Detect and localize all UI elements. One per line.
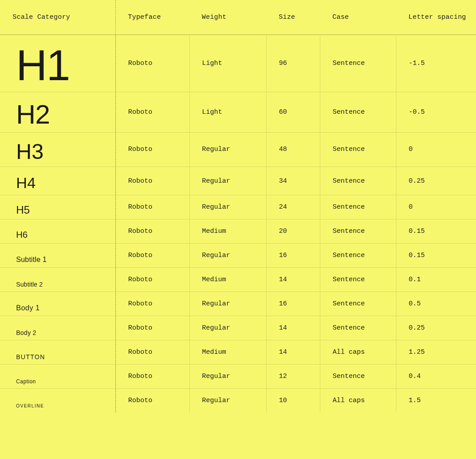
letter-spacing-cell: 0.15	[396, 243, 476, 267]
scale-category-cell: OVERLINE	[0, 388, 115, 412]
case-cell: Sentence	[320, 316, 396, 340]
table-row: BUTTONRobotoMedium14All caps1.25	[0, 340, 476, 364]
size-cell: 16	[266, 292, 320, 316]
letter-spacing-cell: 0.1	[396, 267, 476, 292]
typeface-cell: Roboto	[115, 195, 189, 219]
letter-spacing-cell: 0.5	[396, 292, 476, 316]
scale-category-cell: Body 1	[0, 292, 115, 316]
case-cell: Sentence	[320, 167, 396, 195]
size-cell: 10	[266, 388, 320, 412]
weight-cell: Regular	[189, 243, 266, 267]
weight-cell: Regular	[189, 195, 266, 219]
case-cell: Sentence	[320, 132, 396, 167]
weight-cell: Regular	[189, 388, 266, 412]
scale-category-label: H3	[16, 141, 110, 163]
table-row: Subtitle 2RobotoMedium14Sentence0.1	[0, 267, 476, 292]
header-case: Case	[320, 0, 396, 35]
scale-category-cell: H6	[0, 219, 115, 243]
size-cell: 14	[266, 340, 320, 364]
typeface-cell: Roboto	[115, 340, 189, 364]
scale-category-label: BUTTON	[16, 354, 110, 360]
table-row: H2RobotoLight60Sentence-0.5	[0, 92, 476, 132]
typeface-cell: Roboto	[115, 364, 189, 388]
case-cell: Sentence	[320, 35, 396, 92]
size-cell: 20	[266, 219, 320, 243]
scale-category-label: H6	[16, 230, 110, 240]
type-scale-table: Scale Category Typeface Weight Size Case…	[0, 0, 476, 412]
table-row: Subtitle 1RobotoRegular16Sentence0.15	[0, 243, 476, 267]
size-cell: 12	[266, 364, 320, 388]
type-scale-table-wrapper: Scale Category Typeface Weight Size Case…	[0, 0, 476, 412]
scale-category-label: H4	[16, 175, 110, 191]
size-cell: 14	[266, 267, 320, 292]
table-row: Body 1RobotoRegular16Sentence0.5	[0, 292, 476, 316]
scale-category-label: Body 2	[16, 330, 110, 336]
letter-spacing-cell: 1.25	[396, 340, 476, 364]
header-size: Size	[266, 0, 320, 35]
weight-cell: Regular	[189, 316, 266, 340]
letter-spacing-cell: 1.5	[396, 388, 476, 412]
letter-spacing-cell: 0.15	[396, 219, 476, 243]
scale-category-label: H5	[16, 204, 110, 215]
size-cell: 96	[266, 35, 320, 92]
table-row: H4RobotoRegular34Sentence0.25	[0, 167, 476, 195]
scale-category-label: Body 1	[16, 305, 110, 312]
table-row: CaptionRobotoRegular12Sentence0.4	[0, 364, 476, 388]
case-cell: Sentence	[320, 92, 396, 132]
weight-cell: Light	[189, 92, 266, 132]
typeface-cell: Roboto	[115, 167, 189, 195]
scale-category-label: H1	[16, 43, 110, 88]
table-row: H3RobotoRegular48Sentence0	[0, 132, 476, 167]
header-weight: Weight	[189, 0, 266, 35]
scale-category-label: OVERLINE	[16, 404, 110, 409]
letter-spacing-cell: 0	[396, 132, 476, 167]
size-cell: 16	[266, 243, 320, 267]
typeface-cell: Roboto	[115, 243, 189, 267]
letter-spacing-cell: 0	[396, 195, 476, 219]
size-cell: 60	[266, 92, 320, 132]
letter-spacing-cell: 0.25	[396, 316, 476, 340]
header-letter-spacing: Letter spacing	[396, 0, 476, 35]
scale-category-cell: H5	[0, 195, 115, 219]
scale-category-cell: H1	[0, 35, 115, 92]
scale-category-cell: H2	[0, 92, 115, 132]
scale-category-label: H2	[16, 100, 110, 129]
case-cell: Sentence	[320, 364, 396, 388]
letter-spacing-cell: 0.4	[396, 364, 476, 388]
size-cell: 48	[266, 132, 320, 167]
size-cell: 14	[266, 316, 320, 340]
typeface-cell: Roboto	[115, 35, 189, 92]
case-cell: Sentence	[320, 292, 396, 316]
weight-cell: Regular	[189, 292, 266, 316]
typeface-cell: Roboto	[115, 219, 189, 243]
typeface-cell: Roboto	[115, 292, 189, 316]
case-cell: All caps	[320, 340, 396, 364]
weight-cell: Medium	[189, 219, 266, 243]
size-cell: 34	[266, 167, 320, 195]
letter-spacing-cell: -1.5	[396, 35, 476, 92]
scale-category-cell: BUTTON	[0, 340, 115, 364]
case-cell: All caps	[320, 388, 396, 412]
weight-cell: Regular	[189, 167, 266, 195]
case-cell: Sentence	[320, 243, 396, 267]
header-scale-category: Scale Category	[0, 0, 115, 35]
typeface-cell: Roboto	[115, 267, 189, 292]
table-row: OVERLINERobotoRegular10All caps1.5	[0, 388, 476, 412]
table-header-row: Scale Category Typeface Weight Size Case…	[0, 0, 476, 35]
case-cell: Sentence	[320, 219, 396, 243]
scale-category-label: Subtitle 2	[16, 281, 110, 288]
case-cell: Sentence	[320, 267, 396, 292]
scale-category-cell: H4	[0, 167, 115, 195]
scale-category-label: Subtitle 1	[16, 256, 110, 264]
scale-category-cell: Subtitle 2	[0, 267, 115, 292]
scale-category-cell: Subtitle 1	[0, 243, 115, 267]
letter-spacing-cell: -0.5	[396, 92, 476, 132]
weight-cell: Light	[189, 35, 266, 92]
scale-category-cell: Caption	[0, 364, 115, 388]
letter-spacing-cell: 0.25	[396, 167, 476, 195]
scale-category-cell: Body 2	[0, 316, 115, 340]
scale-category-label: Caption	[16, 379, 110, 385]
table-row: H1RobotoLight96Sentence-1.5	[0, 35, 476, 92]
weight-cell: Medium	[189, 340, 266, 364]
table-row: Body 2RobotoRegular14Sentence0.25	[0, 316, 476, 340]
